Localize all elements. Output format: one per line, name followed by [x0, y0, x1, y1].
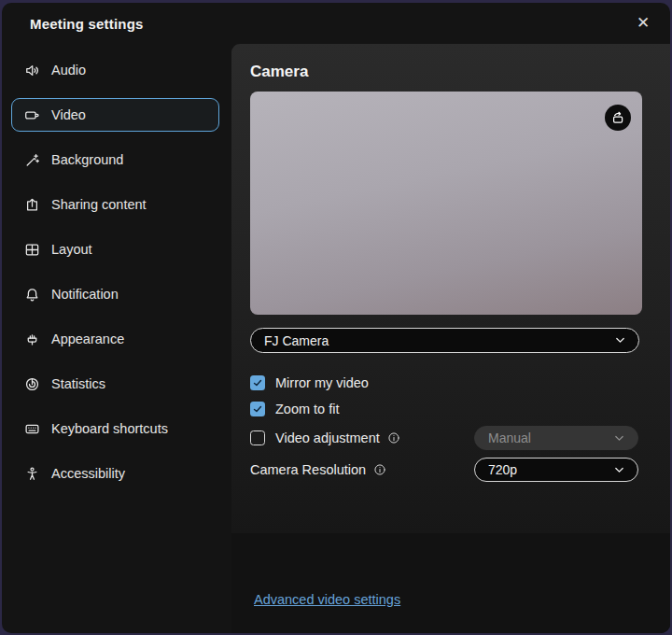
sidebar-item-label: Appearance — [51, 332, 124, 346]
camera-resolution-value: 720p — [488, 462, 517, 477]
camera-resolution-row: Camera Resolution 720p — [250, 458, 638, 482]
advanced-video-settings-link[interactable]: Advanced video settings — [254, 592, 400, 607]
sidebar-item-audio[interactable]: Audio — [11, 53, 219, 87]
camera-heading: Camera — [250, 63, 638, 81]
video-adjustment-select: Manual — [474, 426, 638, 450]
stats-donut-icon — [24, 376, 40, 392]
sidebar-item-background[interactable]: Background — [11, 143, 219, 176]
info-icon[interactable] — [373, 463, 386, 476]
camera-resolution-select[interactable]: 720p — [474, 458, 638, 482]
sidebar-item-label: Audio — [51, 63, 86, 78]
mirror-my-video-label: Mirror my video — [275, 375, 369, 390]
sidebar: Audio Video — [2, 44, 231, 633]
video-adjustment-row: Video adjustment Manual — [250, 426, 638, 450]
sidebar-item-keyboard-shortcuts[interactable]: Keyboard shortcuts — [11, 412, 219, 445]
sidebar-item-label: Keyboard shortcuts — [51, 421, 168, 436]
titlebar: Meeting settings ✕ — [2, 3, 670, 44]
sidebar-item-notification[interactable]: Notification — [11, 277, 219, 311]
rotate-camera-button[interactable] — [605, 105, 631, 131]
chevron-down-icon — [614, 334, 626, 346]
dialog-title: Meeting settings — [30, 16, 144, 32]
sidebar-item-label: Video — [51, 107, 86, 122]
video-settings-panel: Camera FJ Camera — [231, 44, 670, 633]
video-adjustment-label: Video adjustment — [275, 430, 380, 445]
bell-icon — [24, 287, 40, 303]
paintbrush-icon — [24, 332, 40, 347]
camera-section: Camera FJ Camera — [231, 44, 670, 533]
sidebar-item-label: Notification — [51, 287, 119, 302]
magic-wand-icon — [24, 152, 40, 168]
sidebar-item-label: Sharing content — [51, 197, 147, 212]
share-icon — [24, 197, 40, 213]
zoom-to-fit-label: Zoom to fit — [275, 402, 340, 416]
camera-preview — [250, 92, 642, 315]
sidebar-item-sharing-content[interactable]: Sharing content — [11, 188, 219, 221]
dialog-content: Audio Video — [2, 44, 670, 633]
meeting-settings-dialog: Meeting settings ✕ Audio — [2, 3, 670, 633]
keyboard-icon — [24, 421, 40, 437]
video-adjustment-checkbox-row[interactable]: Video adjustment — [250, 430, 400, 445]
checkbox-checked-icon[interactable] — [250, 375, 265, 390]
sidebar-item-accessibility[interactable]: Accessibility — [11, 457, 219, 490]
chevron-down-icon — [613, 432, 625, 444]
chevron-down-icon — [613, 464, 625, 476]
sidebar-item-label: Background — [51, 152, 123, 167]
accessibility-person-icon — [24, 466, 40, 482]
sidebar-item-layout[interactable]: Layout — [11, 233, 219, 266]
camera-device-value: FJ Camera — [264, 333, 329, 348]
panel-footer: Advanced video settings — [231, 533, 670, 633]
video-camera-icon — [24, 107, 40, 123]
rotate-camera-icon — [609, 109, 626, 126]
layout-grid-icon — [24, 242, 40, 258]
sidebar-item-appearance[interactable]: Appearance — [11, 322, 219, 356]
camera-resolution-label: Camera Resolution — [250, 462, 366, 477]
zoom-to-fit-checkbox-row[interactable]: Zoom to fit — [250, 400, 638, 418]
camera-options: Mirror my video Zoom to fit — [250, 374, 638, 418]
video-adjustment-value: Manual — [488, 430, 531, 445]
info-icon[interactable] — [387, 431, 400, 444]
sidebar-item-label: Layout — [51, 242, 92, 257]
sidebar-item-label: Statistics — [51, 376, 105, 391]
sidebar-item-label: Accessibility — [51, 466, 125, 481]
sidebar-item-statistics[interactable]: Statistics — [11, 367, 219, 401]
speaker-icon — [24, 63, 40, 78]
sidebar-item-video[interactable]: Video — [11, 98, 219, 132]
checkbox-unchecked-icon[interactable] — [250, 430, 265, 445]
close-icon[interactable]: ✕ — [631, 11, 655, 35]
camera-device-select[interactable]: FJ Camera — [250, 328, 639, 353]
mirror-my-video-checkbox-row[interactable]: Mirror my video — [250, 374, 638, 392]
checkbox-checked-icon[interactable] — [250, 402, 265, 416]
